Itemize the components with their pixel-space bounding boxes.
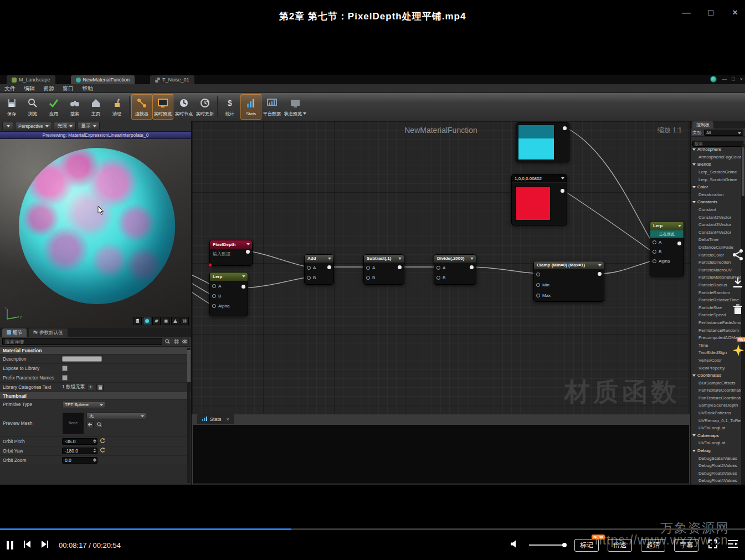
- menu-edit[interactable]: 编辑: [24, 85, 35, 93]
- live-preview-button[interactable]: 实时预览: [152, 94, 173, 120]
- grid-view-icon[interactable]: [173, 338, 180, 345]
- preview-mesh-button[interactable]: [171, 317, 179, 325]
- expose-to-library-checkbox[interactable]: [62, 366, 68, 371]
- palette-item[interactable]: UVToLongLat: [691, 424, 741, 432]
- viewmode-lit-dropdown[interactable]: 光照: [54, 122, 76, 130]
- palette-item[interactable]: PanTextureCoordinate: [691, 394, 741, 402]
- preview-cube-button[interactable]: [162, 317, 170, 325]
- apply-button[interactable]: 应用: [43, 94, 64, 120]
- tab-parameter-defaults[interactable]: 参数默认值: [29, 328, 68, 337]
- tab-stats[interactable]: Stats ×: [197, 414, 234, 424]
- platform-stats-button[interactable]: 平台数据: [261, 94, 282, 120]
- cleanup-button[interactable]: 清理: [106, 94, 127, 120]
- input-pin[interactable]: [536, 283, 540, 287]
- output-pin[interactable]: [246, 250, 250, 254]
- maximize-button[interactable]: □: [704, 8, 717, 18]
- palette-item[interactable]: ParticleMacroUV: [691, 266, 741, 274]
- prefix-parameter-names-checkbox[interactable]: [62, 375, 68, 381]
- menu-asset[interactable]: 资源: [43, 85, 54, 93]
- input-pin[interactable]: [536, 273, 540, 276]
- input-pin[interactable]: [366, 266, 370, 270]
- palette-item[interactable]: DebugScalarValues: [691, 454, 741, 462]
- input-pin[interactable]: [536, 294, 540, 297]
- input-pin[interactable]: [652, 250, 656, 254]
- tab-newmaterialfunction[interactable]: NewMaterialFunction: [71, 75, 135, 84]
- viewport-options-button[interactable]: [2, 122, 13, 130]
- previous-button[interactable]: [22, 540, 32, 551]
- collapse-caret-icon[interactable]: [246, 243, 250, 245]
- palette-category[interactable]: Blends: [691, 161, 741, 168]
- editor-close-button[interactable]: ×: [740, 76, 743, 82]
- mark-button[interactable]: 标记NEW: [574, 539, 599, 552]
- collapse-caret-icon[interactable]: [561, 177, 564, 179]
- palette-category[interactable]: Debug: [691, 447, 741, 455]
- orbit-pitch-field[interactable]: -35.0: [62, 438, 97, 445]
- category-dropdown[interactable]: All: [704, 130, 743, 136]
- palette-item[interactable]: DebugFloat4Values: [691, 477, 741, 485]
- input-pin[interactable]: [436, 276, 440, 280]
- preview-canvas[interactable]: z y: [0, 139, 191, 327]
- palette-item[interactable]: Lerp_ScratchGrime: [691, 176, 741, 183]
- node-pixeldepth[interactable]: PixelDepth 输入数据: [209, 240, 253, 266]
- palette-item[interactable]: PerInstanceFadeAmount: [691, 319, 741, 327]
- output-pin[interactable]: [398, 265, 402, 269]
- tab-palette[interactable]: 控制板: [692, 121, 713, 129]
- palette-item[interactable]: SampleSceneDepth: [691, 402, 741, 409]
- material-graph[interactable]: NewMaterialFunction 缩放 1:1: [192, 121, 690, 414]
- collapse-caret-icon[interactable]: [398, 258, 402, 260]
- input-pin[interactable]: [307, 276, 311, 280]
- add-element-button[interactable]: +: [87, 384, 94, 391]
- output-pin[interactable]: [598, 272, 602, 276]
- preview-state-button[interactable]: 状态预览: [282, 94, 308, 120]
- editor-minimize-button[interactable]: —: [722, 76, 727, 82]
- tab-details[interactable]: 细节: [2, 328, 27, 337]
- spinner[interactable]: [93, 449, 96, 453]
- orbit-zoom-field[interactable]: 0.0: [62, 457, 97, 464]
- pause-button[interactable]: [7, 541, 13, 549]
- node-divide[interactable]: Divide(,2000) A B: [434, 254, 476, 285]
- palette-item[interactable]: PanTextureCoordinate: [691, 387, 741, 394]
- input-pin[interactable]: [212, 304, 216, 308]
- speed-button[interactable]: 倍速: [608, 539, 632, 552]
- browse-button[interactable]: 浏览: [22, 94, 43, 120]
- collapse-caret-icon[interactable]: [598, 264, 602, 266]
- subtitle-button[interactable]: 字幕: [674, 539, 698, 552]
- live-nodes-button[interactable]: 实时节点: [173, 94, 194, 120]
- reset-to-default-icon[interactable]: [100, 448, 105, 454]
- palette-item[interactable]: DebugFloat2Values: [691, 462, 741, 470]
- palette-item[interactable]: Constant: [691, 206, 741, 214]
- preview-mesh-dropdown[interactable]: 无: [86, 412, 146, 419]
- palette-item[interactable]: UVToLongLat: [691, 439, 741, 447]
- palette-item[interactable]: Constant3Vector: [691, 221, 741, 229]
- shader-stats-button[interactable]: $ 统计: [219, 94, 240, 120]
- tab-t-noise-01[interactable]: T_Noise_01: [150, 75, 194, 84]
- delete-element-button[interactable]: [96, 384, 104, 391]
- volume-knob[interactable]: [562, 543, 567, 547]
- palette-item[interactable]: ViewProperty: [691, 364, 741, 372]
- stats-output[interactable]: [192, 424, 690, 484]
- mesh-thumbnail[interactable]: None: [62, 412, 84, 434]
- node-clamp[interactable]: Clamp (Min=0) (Max=1) Min Max: [533, 261, 604, 302]
- input-pin[interactable]: [436, 266, 440, 270]
- save-button[interactable]: 保存: [1, 94, 22, 120]
- preview-plane-button[interactable]: [152, 317, 161, 325]
- palette-item[interactable]: Constant4Vector: [691, 229, 741, 237]
- spinner[interactable]: [93, 458, 96, 462]
- collapse-caret-icon[interactable]: [328, 258, 331, 260]
- download-icon[interactable]: [731, 276, 744, 289]
- volume-slider[interactable]: [529, 544, 566, 546]
- show-dropdown[interactable]: 显示: [78, 122, 100, 130]
- reset-to-default-icon[interactable]: [100, 438, 105, 445]
- input-pin[interactable]: [307, 266, 311, 270]
- orbit-yaw-field[interactable]: -180.0: [62, 448, 97, 454]
- palette-category[interactable]: Coordinates: [691, 372, 741, 379]
- palette-category[interactable]: Color: [691, 183, 741, 191]
- description-field[interactable]: [62, 356, 102, 362]
- favorite-star-icon[interactable]: [731, 343, 744, 357]
- node-subtract[interactable]: Subtract(,1) A B: [363, 254, 404, 285]
- trash-icon[interactable]: [731, 303, 744, 316]
- palette-category[interactable]: Cubemaps: [691, 432, 741, 440]
- output-pin[interactable]: [470, 265, 474, 269]
- browse-asset-icon[interactable]: [96, 421, 103, 428]
- output-pin[interactable]: [677, 242, 681, 245]
